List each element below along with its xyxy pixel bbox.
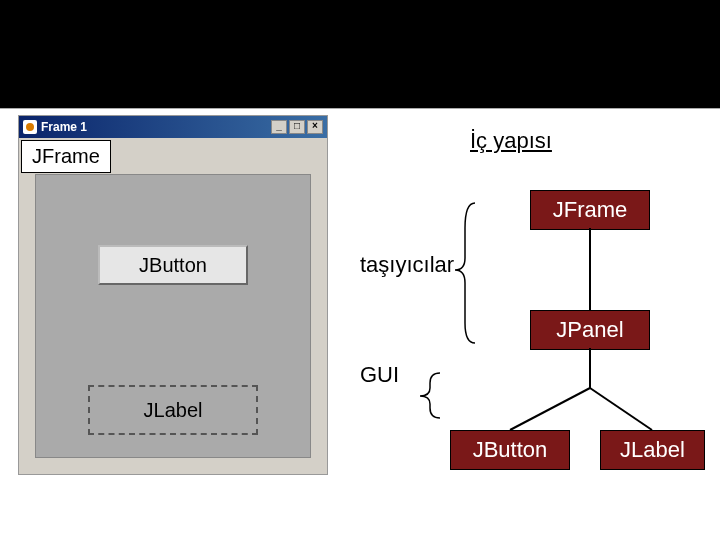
hierarchy-title: İç yapısı — [470, 128, 552, 154]
jpanel-area: JButton JLabel — [35, 174, 311, 458]
minimize-button[interactable]: _ — [271, 120, 287, 134]
swing-window: Frame 1 _ □ × JFrame JPanel JButton JLab… — [18, 115, 328, 475]
jframe-label-callout: JFrame — [21, 140, 111, 173]
containers-label: taşıyıcılar — [360, 252, 454, 278]
node-jbutton: JButton — [450, 430, 570, 470]
jlabel-example: JLabel — [88, 385, 258, 435]
java-icon — [23, 120, 37, 134]
top-black-banner — [0, 0, 720, 108]
title-bar[interactable]: Frame 1 _ □ × — [19, 116, 327, 138]
client-area: JFrame JPanel JButton JLabel — [21, 138, 325, 472]
svg-line-3 — [590, 388, 652, 430]
title-bar-buttons: _ □ × — [271, 120, 323, 134]
jbutton-example[interactable]: JButton — [98, 245, 248, 285]
svg-line-2 — [510, 388, 590, 430]
banner-divider — [0, 108, 720, 109]
maximize-button[interactable]: □ — [289, 120, 305, 134]
close-button[interactable]: × — [307, 120, 323, 134]
gui-label: GUI — [360, 362, 399, 388]
node-jlabel: JLabel — [600, 430, 705, 470]
window-title: Frame 1 — [41, 120, 87, 134]
node-jpanel: JPanel — [530, 310, 650, 350]
node-jframe: JFrame — [530, 190, 650, 230]
